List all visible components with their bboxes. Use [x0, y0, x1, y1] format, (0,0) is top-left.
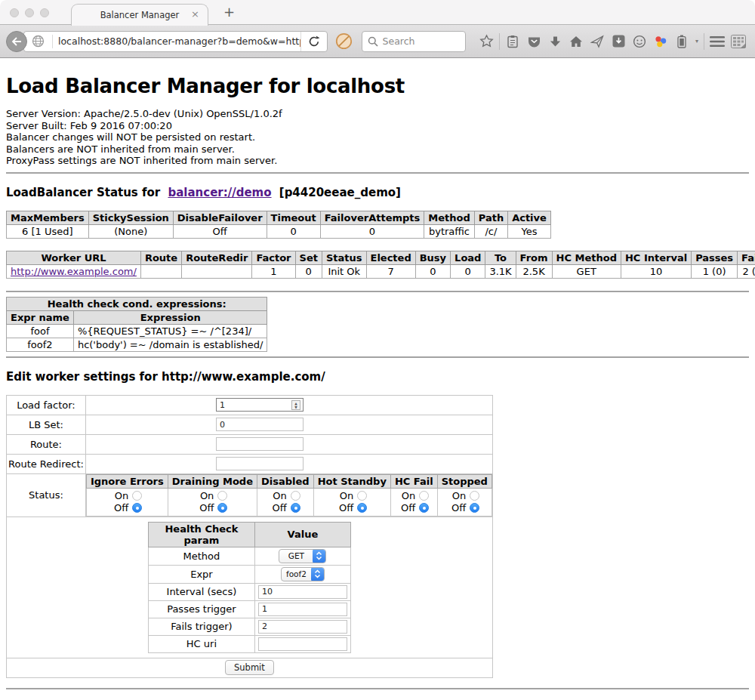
hamburger-icon: [710, 36, 725, 47]
header-cell: Busy: [415, 251, 450, 264]
tab-bar: Balancer Manager × +: [0, 0, 755, 25]
on-label: On: [270, 490, 287, 502]
radio-off[interactable]: [357, 503, 367, 513]
forum-button[interactable]: [629, 35, 650, 48]
cell-routeredir: [182, 264, 252, 278]
number-stepper-icon[interactable]: ▲▼: [291, 400, 300, 410]
expr-select[interactable]: foof2: [281, 567, 325, 581]
url-text[interactable]: localhost:8880/balancer-manager?b=demo&w…: [58, 35, 300, 47]
fails-label: Fails trigger): [148, 618, 254, 635]
fails-input[interactable]: [258, 620, 347, 634]
hc-row-hc-uri: HC uri: [148, 635, 350, 652]
bookmark-star-icon: [479, 34, 494, 48]
select-arrows-icon: [311, 567, 324, 581]
radio-on[interactable]: [470, 491, 479, 501]
balancer-link[interactable]: balancer://demo: [168, 186, 271, 199]
route-input[interactable]: [216, 437, 304, 451]
back-arrow-icon: [11, 37, 22, 46]
header-cell: Fails: [738, 251, 755, 264]
hc-uri-label: HC uri: [148, 635, 254, 652]
search-input[interactable]: [383, 35, 458, 47]
worker-row: http://www.example.com/ 1 0 Init Ok 7 0 …: [7, 264, 755, 278]
colors-extension-button[interactable]: [650, 35, 671, 48]
home-button[interactable]: [565, 35, 587, 48]
reading-list-button[interactable]: [502, 35, 523, 48]
save-page-button[interactable]: [608, 35, 629, 48]
menu-button[interactable]: [707, 36, 728, 47]
search-bar[interactable]: [362, 31, 466, 52]
overflow-caret-icon[interactable]: ▾: [692, 38, 701, 45]
edit-worker-heading: Edit worker settings for http://www.exam…: [6, 370, 749, 384]
downloads-button[interactable]: [544, 35, 565, 48]
radio-on[interactable]: [132, 491, 142, 501]
on-label: On: [449, 490, 466, 502]
form-row-submit: Submit: [7, 658, 493, 677]
worker-url-link[interactable]: http://www.example.com/: [11, 266, 137, 277]
header-disabled: Disabled: [257, 474, 313, 488]
server-version-line: Server Version: Apache/2.5.0-dev (Unix) …: [6, 108, 749, 120]
route-redirect-label: Route Redirect:: [7, 454, 86, 473]
route-redirect-input[interactable]: [216, 457, 304, 470]
cell-load: 0: [451, 264, 485, 278]
send-tab-button[interactable]: [587, 35, 608, 48]
expr-label: Expr: [148, 565, 254, 583]
header-cell: Value: [254, 522, 350, 547]
load-factor-input[interactable]: [216, 398, 304, 412]
bookmark-star-button[interactable]: [476, 34, 497, 48]
header-cell: Path: [474, 211, 507, 224]
lb-set-input[interactable]: [216, 418, 304, 431]
radio-off[interactable]: [132, 503, 142, 513]
tab-balancer-manager[interactable]: Balancer Manager ×: [71, 4, 208, 26]
on-label: On: [399, 490, 415, 502]
back-button[interactable]: [6, 31, 27, 52]
hc-uri-input[interactable]: [258, 637, 347, 651]
radio-on[interactable]: [357, 491, 367, 501]
radio-off[interactable]: [470, 503, 479, 513]
radio-group-stopped: On Off: [437, 488, 492, 516]
table-header-row: MaxMembers StickySession DisableFailover…: [7, 211, 551, 224]
tiles-button[interactable]: [728, 35, 749, 48]
header-draining-mode: Draining Mode: [168, 474, 257, 488]
download-arrow-icon: [550, 35, 561, 48]
server-built-line: Server Built: Feb 9 2016 07:00:20: [6, 120, 749, 132]
cell-elected: 7: [366, 264, 415, 278]
header-cell: Elected: [366, 251, 415, 264]
radio-on[interactable]: [419, 491, 429, 501]
header-cell: Expr name: [7, 310, 74, 324]
header-stopped: Stopped: [437, 474, 492, 488]
radio-on[interactable]: [291, 491, 300, 501]
square-download-icon: [612, 35, 625, 48]
header-ignore-errors: Ignore Errors: [86, 474, 168, 488]
passes-input[interactable]: [258, 603, 347, 616]
close-window-button[interactable]: [10, 8, 19, 17]
close-tab-icon[interactable]: ×: [191, 9, 199, 19]
worker-status-table: Worker URL Route RouteRedir Factor Set S…: [6, 251, 755, 279]
new-tab-button[interactable]: +: [223, 4, 235, 20]
submit-button[interactable]: Submit: [225, 660, 274, 675]
method-select[interactable]: GET: [279, 549, 326, 563]
off-label: Off: [337, 502, 353, 514]
interval-input[interactable]: [258, 585, 347, 599]
reload-button[interactable]: [300, 32, 327, 51]
pocket-button[interactable]: [523, 35, 544, 48]
header-cell: DisableFailover: [173, 211, 267, 224]
zoom-window-button[interactable]: [40, 8, 49, 17]
tiles-grid-icon: [731, 35, 746, 48]
radio-on[interactable]: [217, 491, 227, 501]
header-cell: Active: [508, 211, 551, 224]
battery-icon: [677, 35, 686, 48]
minimize-window-button[interactable]: [25, 8, 34, 17]
expr-row: foof %{REQUEST_STATUS} =~ /^[234]/: [7, 324, 267, 338]
battery-extension-button[interactable]: [671, 35, 692, 48]
navigation-toolbar: localhost:8880/balancer-manager?b=demo&w…: [0, 25, 755, 58]
bottom-divider: [6, 688, 749, 689]
radio-off[interactable]: [217, 503, 227, 513]
header-cell: Load: [451, 251, 485, 264]
cell-factor: 1: [252, 264, 295, 278]
radio-off[interactable]: [419, 503, 429, 513]
cell-status: Init Ok: [322, 264, 366, 278]
radio-off[interactable]: [291, 503, 300, 513]
header-cell: RouteRedir: [182, 251, 252, 264]
url-bar[interactable]: localhost:8880/balancer-manager?b=demo&w…: [23, 31, 328, 52]
content-blocker-button[interactable]: [335, 32, 353, 50]
